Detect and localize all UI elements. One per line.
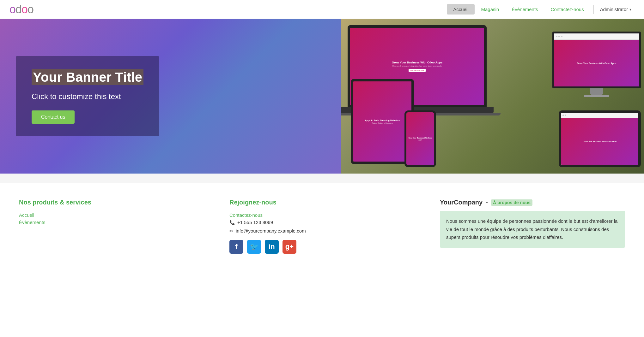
hero-section: Your Banner Title Click to customize thi…	[0, 19, 644, 174]
banner-subtitle[interactable]: Click to customize this text	[32, 92, 143, 101]
phone-screen-title: Grow Your Business With Odoo Apps	[408, 137, 433, 141]
laptop-screen-sub: One need, one app. Integration has never…	[392, 65, 442, 67]
tablet-h-screen-title: Grow Your Business With Odoo Apps	[583, 140, 617, 142]
admin-label: Administrator	[600, 7, 628, 12]
footer-col-products: Nos produits & services Accueil Évènemen…	[19, 199, 204, 227]
footer-link-accueil[interactable]: Accueil	[19, 212, 204, 218]
tablet-screen-sub: Website Builder e-Commerce	[372, 122, 393, 124]
nav-item-evenements[interactable]: Évènements	[505, 4, 544, 15]
nav-item-contactez-nous[interactable]: Contactez-nous	[544, 4, 590, 15]
monitor-screen-title: Grow Your Business With Odoo Apps	[577, 62, 617, 64]
footer-link-contact[interactable]: Contactez-nous	[229, 212, 415, 218]
about-link[interactable]: À propos de nous	[491, 199, 532, 206]
googleplus-icon[interactable]: g+	[283, 240, 296, 254]
company-description: Nous sommes une équipe de personnes pass…	[440, 211, 625, 248]
company-name: YourCompany	[440, 199, 483, 206]
logo[interactable]: odoo	[9, 3, 33, 16]
nav-divider	[593, 5, 594, 14]
join-title: Rejoignez-nous	[229, 199, 415, 206]
banner-title[interactable]: Your Banner Title	[32, 69, 143, 86]
admin-menu[interactable]: Administrator ▾	[597, 4, 635, 15]
phone-device: Grow Your Business With Odoo Apps	[404, 110, 436, 167]
logo-text: odoo	[9, 3, 33, 16]
main-nav: Accueil Magasin Évènements Contactez-nou…	[447, 4, 635, 15]
laptop-screen-title: Grow Your Business With Odoo Apps	[392, 61, 442, 64]
email-address: info@yourcompany.example.com	[236, 228, 306, 234]
social-row: f 🐦 in g+	[229, 240, 415, 254]
email-icon: ✉	[229, 228, 233, 234]
footer-link-evenements[interactable]: Évènements	[19, 220, 204, 225]
footer-col-join: Rejoignez-nous Contactez-nous 📞 +1 555 1…	[229, 199, 415, 254]
tablet-horizontal-device: Grow Your Business With Odoo Apps	[559, 110, 641, 167]
products-title: Nos produits & services	[19, 199, 204, 206]
laptop-discover-btn: Discover The Saga	[409, 69, 426, 72]
email-row: ✉ info@yourcompany.example.com	[229, 228, 415, 234]
twitter-icon[interactable]: 🐦	[247, 240, 261, 254]
company-dash: -	[486, 199, 488, 206]
footer-section: Nos produits & services Accueil Évènemen…	[0, 183, 644, 273]
hero-content-box: Your Banner Title Click to customize thi…	[16, 56, 159, 137]
section-divider	[0, 174, 644, 183]
devices-mockup: Grow Your Business With Odoo Apps One ne…	[341, 19, 644, 174]
facebook-icon[interactable]: f	[229, 240, 243, 254]
monitor-device: Grow Your Business With Odoo Apps	[552, 32, 641, 98]
hero-right: Grow Your Business With Odoo Apps One ne…	[341, 19, 644, 174]
linkedin-icon[interactable]: in	[265, 240, 279, 254]
header: odoo Accueil Magasin Évènements Contacte…	[0, 0, 644, 19]
phone-number: +1 555 123 8069	[237, 220, 273, 225]
monitor-stand	[590, 88, 603, 95]
monitor-base	[584, 95, 609, 97]
tablet-screen-title: Apps to Build Stunning Websites	[365, 119, 400, 121]
nav-item-magasin[interactable]: Magasin	[475, 4, 505, 15]
phone-icon: 📞	[229, 220, 235, 225]
chevron-down-icon: ▾	[629, 7, 631, 12]
footer-col-company: YourCompany - À propos de nous Nous somm…	[440, 199, 625, 248]
contact-us-button[interactable]: Contact us	[32, 110, 75, 124]
hero-left: Your Banner Title Click to customize thi…	[0, 19, 341, 174]
company-title-row: YourCompany - À propos de nous	[440, 199, 625, 206]
nav-item-accueil[interactable]: Accueil	[447, 4, 475, 15]
phone-row: 📞 +1 555 123 8069	[229, 220, 415, 225]
